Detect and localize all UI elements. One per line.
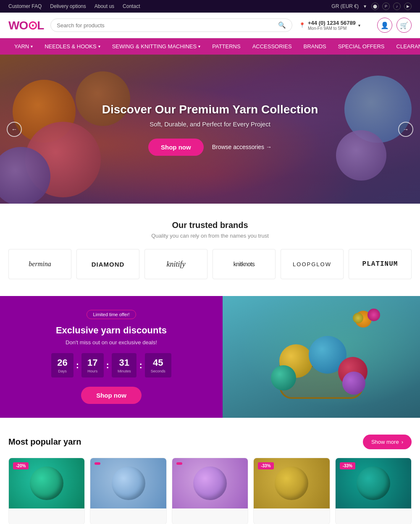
search-icon[interactable]: 🔍: [278, 21, 286, 29]
nav-left: YARN ▾ NEEDLES & HOOKS ▾ SEWING & KNITTI…: [8, 38, 298, 55]
phone-dropdown-icon[interactable]: ▾: [358, 23, 360, 28]
popular-header: Most popular yarn Show more ›: [8, 435, 412, 449]
locale-arrow[interactable]: ▾: [364, 3, 366, 9]
product-badge-2: [94, 462, 100, 465]
top-bar-links: Customer FAQ Delivery options About us C…: [8, 3, 140, 9]
product-card-2[interactable]: [90, 458, 166, 524]
nav-needles[interactable]: NEEDLES & HOOKS ▾: [39, 38, 106, 55]
products-grid: -20% -33% -33%: [8, 458, 412, 524]
nav-right: BRANDS SPECIAL OFFERS CLEARANCE: [298, 38, 420, 55]
promo-badge: Limited time offer!: [87, 310, 136, 319]
countdown-seconds: 45 Seconds: [145, 353, 171, 377]
location-icon: 📍: [299, 22, 305, 28]
nav-sewing[interactable]: SEWING & KNITTING MACHINES ▾: [106, 38, 207, 55]
about-us-link[interactable]: About us: [94, 3, 114, 9]
cart-icon[interactable]: 🛒: [396, 18, 412, 33]
phone-number[interactable]: +44 (0) 1234 56789: [308, 20, 356, 26]
hours-label: Hours: [87, 369, 97, 373]
top-bar: Customer FAQ Delivery options About us C…: [0, 0, 420, 13]
hero-banner: ← Discover Our Premium Yarn Collection S…: [0, 55, 420, 204]
seconds-label: Seconds: [151, 369, 165, 373]
countdown-timer: 26 Days : 17 Hours : 31 Minutes : 45 Sec…: [51, 353, 171, 377]
top-bar-right: GR (EUR €) ▾ ⬤ P ♪ ▶: [331, 3, 412, 10]
phone-hours: Mon-Fri 9AM to 5PM: [308, 26, 356, 31]
yarn-chevron: ▾: [31, 44, 33, 49]
nav-patterns[interactable]: PATTERNS: [206, 38, 246, 55]
nav-accessories[interactable]: ACCESSORIES: [247, 38, 298, 55]
contact-link[interactable]: Contact: [123, 3, 140, 9]
popular-title: Most popular yarn: [8, 437, 81, 447]
hero-next-button[interactable]: →: [398, 122, 413, 137]
product-image-2: [90, 458, 166, 508]
header-icons: 👤 🛒: [377, 18, 412, 33]
brand-loopglow[interactable]: LOOPGLOW: [281, 249, 344, 279]
youtube-icon[interactable]: ▶: [404, 3, 412, 10]
main-nav: YARN ▾ NEEDLES & HOOKS ▾ SEWING & KNITTI…: [0, 38, 420, 55]
seconds-value: 45: [151, 357, 165, 368]
hero-subtitle: Soft, Durable, and Perfect for Every Pro…: [102, 121, 318, 128]
tiktok-icon[interactable]: ♪: [393, 3, 401, 10]
hero-content: Discover Our Premium Yarn Collection Sof…: [102, 103, 318, 156]
promo-left: Limited time offer! Exclusive yarn disco…: [0, 296, 223, 418]
countdown-hours: 17 Hours: [81, 353, 103, 377]
show-more-arrow: ›: [402, 439, 403, 445]
brands-subtitle: Quality you can rely on from the names y…: [8, 233, 412, 239]
countdown-days: 26 Days: [51, 353, 73, 377]
product-card-5[interactable]: -33%: [335, 458, 412, 524]
brands-section: Our trusted brands Quality you can rely …: [0, 204, 420, 292]
nav-clearance[interactable]: CLEARANCE: [391, 38, 420, 55]
brand-platinum[interactable]: PLATINUM: [349, 249, 412, 279]
days-value: 26: [57, 357, 67, 368]
needles-chevron: ▾: [98, 44, 100, 49]
brand-diamond[interactable]: DIAMOND: [76, 249, 139, 279]
sep-2: :: [105, 360, 110, 371]
hero-shop-now-button[interactable]: Shop now: [148, 139, 204, 156]
hero-prev-button[interactable]: ←: [7, 122, 22, 137]
hero-title: Discover Our Premium Yarn Collection: [102, 103, 318, 116]
product-badge-5: -33%: [340, 462, 355, 469]
minutes-label: Minutes: [118, 369, 131, 373]
promo-right-image: [223, 296, 420, 418]
sep-1: :: [75, 360, 80, 371]
search-input[interactable]: [57, 22, 275, 29]
sep-3: :: [138, 360, 143, 371]
brand-knitify[interactable]: knitify: [144, 249, 207, 279]
instagram-icon[interactable]: ⬤: [371, 3, 379, 10]
product-image-3: [172, 458, 248, 508]
show-more-label: Show more: [371, 439, 399, 445]
locale-selector[interactable]: GR (EUR €): [331, 3, 359, 9]
brand-bermina[interactable]: bermina: [8, 249, 71, 279]
social-icons: ⬤ P ♪ ▶: [371, 3, 412, 10]
hours-value: 17: [87, 357, 97, 368]
show-more-button[interactable]: Show more ›: [363, 435, 412, 449]
countdown-minutes: 31 Minutes: [112, 353, 137, 377]
product-badge-1: -20%: [13, 462, 29, 469]
product-card-1[interactable]: -20%: [8, 458, 85, 524]
nav-brands[interactable]: BRANDS: [298, 38, 332, 55]
customer-faq-link[interactable]: Customer FAQ: [8, 3, 42, 9]
brands-grid: bermina DIAMOND knitify knitknots LOOPGL…: [8, 249, 412, 279]
logo[interactable]: WO⊙L: [8, 18, 44, 32]
nav-yarn[interactable]: YARN ▾: [8, 38, 39, 55]
phone-info: 📍 +44 (0) 1234 56789 Mon-Fri 9AM to 5PM …: [299, 20, 370, 31]
promo-subtitle: Don't miss out on our exclusive deals!: [66, 339, 157, 346]
product-card-4[interactable]: -33%: [253, 458, 330, 524]
promo-title: Exclusive yarn discounts: [56, 325, 167, 336]
brands-title: Our trusted brands: [8, 220, 412, 230]
product-badge-4: -33%: [258, 462, 273, 469]
product-badge-3: [176, 462, 182, 465]
brand-knitknots[interactable]: knitknots: [213, 249, 276, 279]
product-card-3[interactable]: [172, 458, 248, 524]
nav-special-offers[interactable]: SPECIAL OFFERS: [332, 38, 391, 55]
header: WO⊙L 🔍 📍 +44 (0) 1234 56789 Mon-Fri 9AM …: [0, 13, 420, 38]
hero-buttons: Shop now Browse accessories →: [102, 139, 318, 156]
hero-browse-button[interactable]: Browse accessories →: [212, 144, 272, 150]
delivery-options-link[interactable]: Delivery options: [50, 3, 86, 9]
promo-section: Limited time offer! Exclusive yarn disco…: [0, 296, 420, 418]
search-bar: 🔍: [50, 18, 292, 32]
popular-section: Most popular yarn Show more › -20% -33%: [0, 422, 420, 524]
pinterest-icon[interactable]: P: [382, 3, 390, 10]
account-icon[interactable]: 👤: [377, 18, 392, 33]
sewing-chevron: ▾: [198, 44, 200, 49]
promo-shop-button[interactable]: Shop now: [81, 387, 142, 404]
